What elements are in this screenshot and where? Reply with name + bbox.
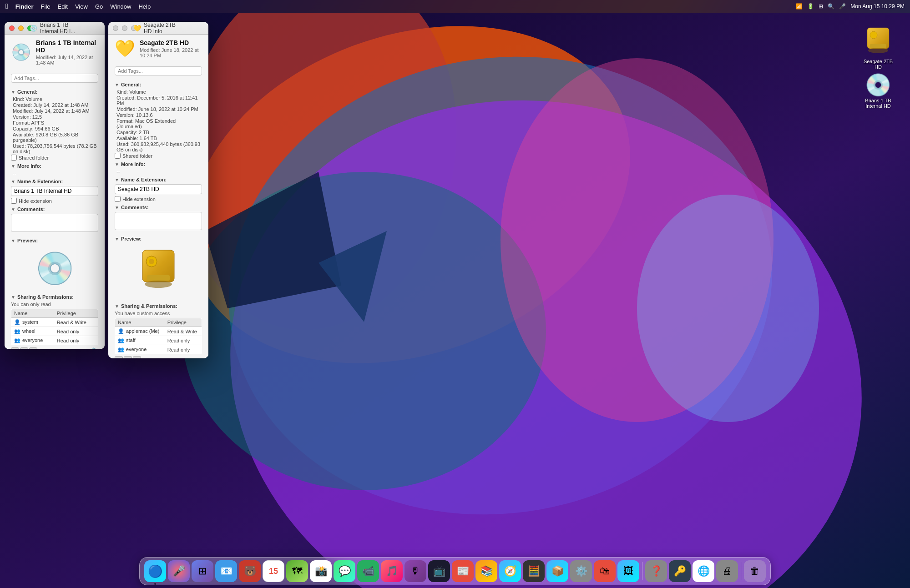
window1-content: 💿 Brians 1 TB Internal HD Modified: July… [5,35,105,349]
dock-appletv[interactable]: 📺 [428,560,450,582]
menu-file[interactable]: File [41,3,51,10]
menu-view[interactable]: View [75,3,88,10]
window1-titlebar: 💿 Brians 1 TB Internal HD I... [5,22,105,35]
svg-point-18 [870,31,877,39]
menu-finder[interactable]: Finder [15,3,34,10]
window1-kind: Kind: Volume [11,96,98,102]
window1-close-button[interactable] [9,25,15,31]
dock-podcasts[interactable]: 🎙 [404,560,426,582]
window2-hideext-label: Hide extension [122,196,156,202]
dock: 🔵 🎤 ⊞ 📧 🐻 15 🗺 📸 💬 📹 🎵 🎙 📺 [139,557,771,585]
window2-comments-textarea[interactable] [115,212,202,230]
window1-nameext-header[interactable]: ▼ Name & Extension: [11,179,98,184]
window2-name-input[interactable] [115,184,202,194]
dock-messages[interactable]: 💬 [334,560,355,582]
apple-menu[interactable]:  [5,2,8,10]
dock-maps[interactable]: 🗺 [286,560,308,582]
window1-comments-header[interactable]: ▼ Comments: [11,206,98,212]
window1-lock-icon[interactable]: 🔒 [89,347,98,349]
dock-news[interactable]: 📰 [452,560,474,582]
window2-shared-folder-checkbox[interactable] [115,153,121,159]
window2-minimize-button[interactable] [122,25,127,31]
menubar-right: 📶 🔋 ⊞ 🔍 🎤 Mon Aug 15 10:29 PM [796,3,905,10]
menu-help[interactable]: Help [138,3,151,10]
window1-perm-action-button[interactable]: ⚙ [29,347,37,350]
dock-trash[interactable]: 🗑 [744,560,766,582]
window1-more-info-value: -- [11,171,98,176]
window1-sharing-header[interactable]: ▼ Sharing & Permissions: [11,294,98,300]
dock-facetime[interactable]: 📹 [357,560,379,582]
dock-books[interactable]: 📚 [475,560,497,582]
window2-general-chevron: ▼ [115,82,119,87]
window2-close-button[interactable] [113,25,118,31]
window1-preview-header[interactable]: ▼ Preview: [11,238,98,243]
window1-title-icon: 💿 [30,25,37,32]
dock-safari[interactable]: 🧭 [499,560,521,582]
dock-separator-2 [741,562,741,580]
window1-general-header[interactable]: ▼ General: [11,89,98,95]
menu-go[interactable]: Go [95,3,103,10]
window2-perm-col-privilege: Privilege [165,318,202,327]
window1-name-input[interactable] [11,186,98,196]
menu-window[interactable]: Window [110,3,131,10]
dock-finder[interactable]: 🔵 [144,560,166,582]
dock-mail[interactable]: 📧 [215,560,237,582]
window1-perm-row-0: 👤system Read & Write [11,318,98,327]
dock-photos[interactable]: 📸 [310,560,332,582]
window1-drive-icon: 💿 [11,43,31,62]
window1-preview-area: 💿 [11,245,98,291]
dock-mosaic[interactable]: 🛍 [594,560,616,582]
window1-comments-textarea[interactable] [11,214,98,232]
window2-sharing-header[interactable]: ▼ Sharing & Permissions: [115,303,202,309]
dock-appstore[interactable]: 📦 [546,560,568,582]
dock-systemprefs[interactable]: ⚙️ [570,560,592,582]
window2-perm-row-2: 👥everyone Read only [115,345,202,354]
desktop-icon-brians[interactable]: 💿 Brians 1 TB Internal HD [860,70,896,111]
window2-preview-header[interactable]: ▼ Preview: [115,236,202,241]
dock-help[interactable]: ❓ [645,560,667,582]
dock-siri[interactable]: 🎤 [168,560,190,582]
dock-music[interactable]: 🎵 [381,560,403,582]
window1-perm-add-button[interactable]: + [11,347,19,350]
window2-hideext-checkbox[interactable] [115,196,121,202]
desktop-icon-brians-label: Brians 1 TB Internal HD [865,98,891,109]
window2-perm-user-0: 👤applemac (Me) [115,327,165,336]
window2-nameext-header[interactable]: ▼ Name & Extension: [115,177,202,182]
window1-permissions-footer: + − ⚙ 🔒 [11,347,98,349]
control-center-icon[interactable]: ⊞ [819,3,823,10]
siri-icon[interactable]: 🎤 [839,3,846,10]
window2-drive-name: Seagate 2TB HD [140,39,202,46]
dock-calendar[interactable]: 15 [263,560,284,582]
window2-moreinfo-header[interactable]: ▼ More Info: [115,161,202,167]
dock-script[interactable]: 🔑 [669,560,691,582]
dock-printer[interactable]: 🖨 [716,560,738,582]
window1-minimize-button[interactable] [18,25,24,31]
window2-sharing-chevron: ▼ [115,304,119,309]
window2-perm-add-button[interactable]: + [115,356,123,358]
window2-permissions-footer: + − ⚙ [115,356,202,358]
window1-drive-header: 💿 Brians 1 TB Internal HD Modified: July… [11,39,98,69]
window1-tags-input[interactable] [11,74,98,83]
desktop-icon-seagate[interactable]: Seagate 2TB HD [860,25,896,71]
window1-hideext-checkbox[interactable] [11,198,17,204]
window2-general-header[interactable]: ▼ General: [115,82,202,87]
window2-perm-remove-button[interactable]: − [124,356,132,358]
window2-comments-header[interactable]: ▼ Comments: [115,205,202,210]
window2-version: Version: 10.13.6 [115,112,202,118]
dock-calculator[interactable]: 🧮 [523,560,545,582]
window1-shared-folder-label: Shared folder [19,155,49,161]
window1-moreinfo-header[interactable]: ▼ More Info: [11,163,98,169]
dock-preview[interactable]: 🖼 [617,560,639,582]
menu-edit[interactable]: Edit [58,3,68,10]
spotlight-icon[interactable]: 🔍 [828,3,834,10]
window1-perm-row-2: 👥everyone Read only [11,336,98,345]
dock-chrome[interactable]: 🌐 [693,560,714,582]
dock-bear[interactable]: 🐻 [239,560,261,582]
window2-perm-action-button[interactable]: ⚙ [133,356,141,358]
window1-shared-folder-checkbox[interactable] [11,155,17,161]
window2-tags-input[interactable] [115,66,202,75]
svg-point-11 [145,281,172,288]
window2-preview-chevron: ▼ [115,236,119,241]
dock-launchpad[interactable]: ⊞ [192,560,213,582]
window1-perm-remove-button[interactable]: − [20,347,28,350]
